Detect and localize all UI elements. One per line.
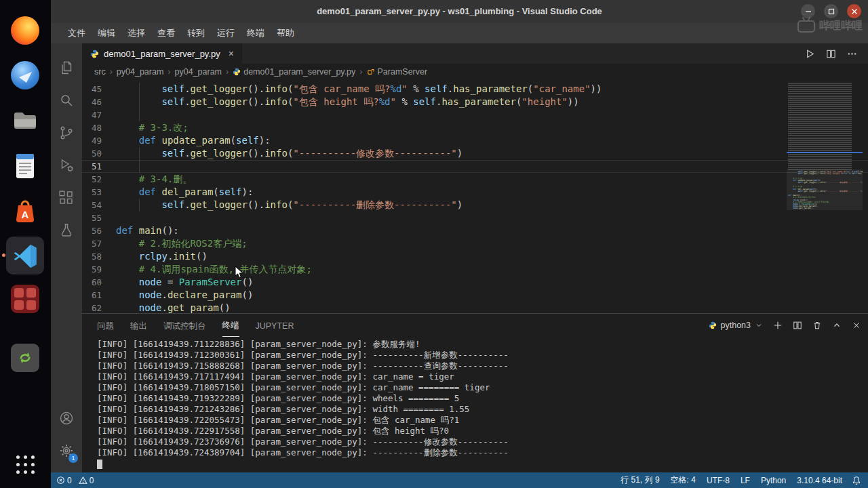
dock-item-text-editor[interactable]: [9, 150, 41, 182]
code-line[interactable]: 61 node.declare_param(): [82, 289, 868, 302]
run-python-file-button[interactable]: [805, 49, 815, 59]
status-encoding[interactable]: UTF-8: [707, 476, 730, 485]
activity-item-testing[interactable]: [51, 214, 82, 247]
code-line[interactable]: 58 rclpy.init(): [82, 250, 868, 263]
terminal-line: [INFO] [1661419439.722917558] [param_ser…: [97, 426, 861, 436]
activity-item-run-debug[interactable]: [51, 149, 82, 182]
code-line[interactable]: 46 self.get_logger().info("包含 height 吗?%…: [82, 96, 868, 108]
code-line[interactable]: 48 # 3-3.改;: [82, 121, 868, 134]
status-indentation[interactable]: 空格: 4: [671, 474, 696, 486]
menu-item[interactable]: 帮助: [271, 24, 300, 42]
status-interpreter[interactable]: 3.10.4 64-bit: [797, 476, 842, 485]
close-button[interactable]: [847, 4, 861, 18]
panel-tab[interactable]: 问题: [97, 314, 114, 337]
activity-item-explorer[interactable]: [51, 52, 82, 84]
kill-terminal-button[interactable]: [812, 321, 822, 330]
code-line[interactable]: 49 def update_param(self):: [82, 134, 868, 147]
activity-item-search[interactable]: [51, 84, 82, 117]
panel-tab[interactable]: JUPYTER: [256, 315, 294, 336]
panel-tab[interactable]: 调试控制台: [163, 314, 206, 337]
dock-item-firefox[interactable]: [9, 15, 41, 46]
bell-icon[interactable]: [852, 476, 861, 485]
dock-item-thunderbird[interactable]: [9, 60, 41, 91]
code-line[interactable]: 62 node.get_param(): [82, 302, 868, 313]
close-icon[interactable]: ×: [229, 48, 234, 59]
code-text: [116, 160, 868, 173]
panel-tab[interactable]: 终端: [222, 314, 239, 337]
indent-guide: [139, 96, 140, 108]
activity-item-extensions[interactable]: [51, 182, 82, 214]
code-line[interactable]: 47: [82, 108, 868, 121]
dock-item-vscode[interactable]: [9, 240, 41, 271]
indent-guide: [139, 160, 140, 173]
dock-item-media-app[interactable]: [9, 283, 41, 314]
panel-header: 问题输出调试控制台终端JUPYTER python3: [82, 314, 868, 337]
more-actions-button[interactable]: [847, 49, 857, 59]
line-number: 59: [82, 263, 116, 276]
menu-item[interactable]: 选择: [121, 24, 151, 42]
breadcrumb-item[interactable]: py04_param: [117, 67, 164, 77]
activity-bar: 1: [51, 43, 82, 472]
breadcrumb-label: ParamServer: [378, 67, 428, 77]
breadcrumb-item[interactable]: demo01_param_server_py.py: [233, 67, 355, 77]
code-line[interactable]: 54 self.get_logger().info("----------删除参…: [82, 199, 868, 211]
chevron-down-icon: [755, 321, 763, 329]
minimap[interactable]: self.get_logger().info("包含 car_name 吗?%d…: [787, 81, 863, 313]
activity-item-account[interactable]: [51, 402, 82, 434]
close-panel-button[interactable]: [852, 321, 861, 330]
code-text: def del_param(self):: [116, 186, 868, 199]
line-number: 50: [82, 147, 116, 160]
activity-item-source-control[interactable]: [51, 117, 82, 149]
maximize-panel-button[interactable]: [832, 321, 842, 330]
code-line[interactable]: 52 # 3-4.删。: [82, 173, 868, 186]
menu-item[interactable]: 运行: [211, 24, 241, 42]
panel-tab[interactable]: 输出: [130, 314, 147, 337]
code-line[interactable]: 55: [82, 211, 868, 224]
terminal-prompt-line: [97, 458, 861, 469]
problems-indicator[interactable]: 0 0: [56, 476, 98, 485]
error-count: 0: [67, 476, 72, 485]
breadcrumb-item[interactable]: ParamServer: [367, 67, 428, 77]
breadcrumb-label: demo01_param_server_py.py: [243, 67, 355, 77]
dock-item-ubuntu-software[interactable]: A: [9, 195, 41, 226]
status-cursor-position[interactable]: 行 51, 列 9: [620, 474, 659, 486]
dock-item-app-grid[interactable]: [9, 449, 41, 480]
code-line[interactable]: 57 # 2.初始化ROS2客户端;: [82, 237, 868, 250]
code-line[interactable]: 51: [82, 160, 868, 173]
menu-item[interactable]: 查看: [151, 24, 181, 42]
minimap-slider[interactable]: [787, 169, 863, 210]
code-line[interactable]: 45 self.get_logger().info("包含 car_name 吗…: [82, 83, 868, 96]
code-line[interactable]: 59 # 4.调用spain函数, 并传入节点对象;: [82, 263, 868, 276]
activity-item-settings[interactable]: 1: [51, 434, 82, 467]
code-line[interactable]: 56def main():: [82, 224, 868, 237]
terminal-output[interactable]: [INFO] [1661419439.711228836] [param_ser…: [82, 337, 868, 472]
watermark-text: 哔哩哔哩: [819, 19, 863, 33]
menu-item[interactable]: 文件: [62, 24, 92, 42]
code-line[interactable]: 53 def del_param(self):: [82, 186, 868, 199]
terminal-shell-selector[interactable]: python3: [709, 321, 763, 330]
extensions-icon: [58, 190, 75, 206]
terminal-line: [INFO] [1661419439.715888268] [param_ser…: [97, 361, 861, 371]
menu-item[interactable]: 转到: [181, 24, 211, 42]
breadcrumb-item[interactable]: py04_param: [175, 67, 222, 77]
restore-button[interactable]: [824, 4, 838, 18]
status-eol[interactable]: LF: [741, 476, 750, 485]
split-editor-button[interactable]: [826, 49, 836, 59]
line-number: 62: [82, 302, 116, 313]
code-line[interactable]: 50 self.get_logger().info("----------修改参…: [82, 147, 868, 160]
status-language[interactable]: Python: [761, 476, 786, 485]
titlebar: demo01_param_server_py.py - ws01_plumbin…: [51, 0, 868, 23]
dock-item-files[interactable]: [9, 105, 41, 136]
breadcrumb: src›py04_param›py04_param›demo01_param_s…: [82, 64, 868, 80]
split-terminal-button[interactable]: [793, 321, 802, 330]
new-terminal-button[interactable]: [773, 321, 783, 330]
code-line[interactable]: 60 node = ParamServer(): [82, 276, 868, 289]
dock-item-software-updater[interactable]: [9, 342, 41, 373]
tab-demo01-param-server[interactable]: demo01_param_server_py.py ×: [82, 43, 242, 64]
thunderbird-icon: [11, 61, 39, 89]
panel-actions: python3: [709, 321, 861, 330]
menu-item[interactable]: 终端: [241, 24, 271, 42]
menu-item[interactable]: 编辑: [92, 24, 121, 42]
vscode-icon: [12, 242, 39, 269]
breadcrumb-item[interactable]: src: [94, 67, 106, 77]
